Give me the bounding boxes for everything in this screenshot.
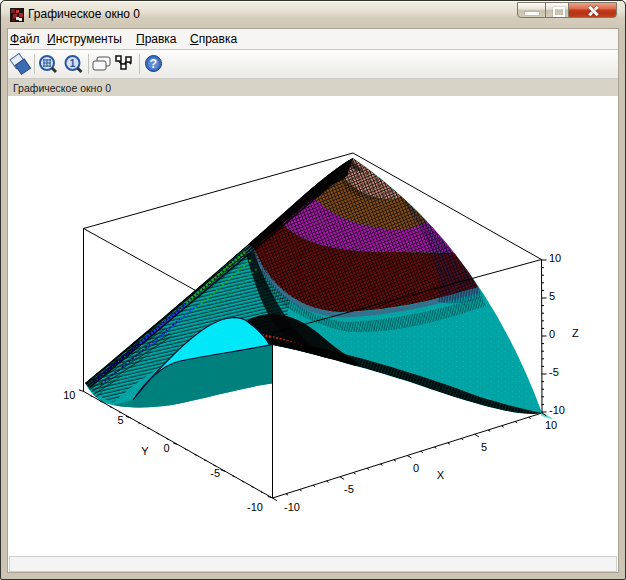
svg-text:-10: -10 (284, 501, 300, 513)
svg-text:0: 0 (549, 328, 555, 340)
svg-text:5: 5 (549, 290, 555, 302)
svg-text:-5: -5 (210, 467, 220, 479)
svg-text:?: ? (150, 57, 157, 71)
svg-text:-10: -10 (549, 404, 565, 416)
svg-text:10: 10 (549, 252, 561, 264)
svg-text:5: 5 (481, 441, 487, 453)
svg-text:-5: -5 (549, 366, 559, 378)
svg-text:5: 5 (117, 414, 123, 426)
svg-text:Z: Z (572, 327, 579, 339)
svg-text:-5: -5 (344, 483, 354, 495)
svg-text:0: 0 (163, 442, 169, 454)
svg-text:10: 10 (545, 419, 557, 431)
svg-text:10: 10 (63, 389, 75, 401)
svg-text:1: 1 (70, 58, 76, 69)
svg-text:0: 0 (413, 462, 419, 474)
svg-text:X: X (437, 469, 445, 481)
svg-text:Y: Y (141, 445, 149, 457)
svg-text:-10: -10 (247, 501, 263, 513)
